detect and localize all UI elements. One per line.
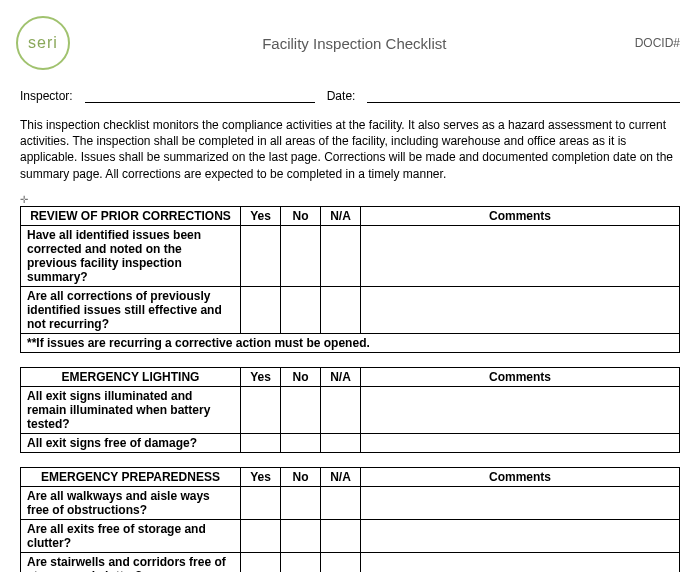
cell-no[interactable] (281, 286, 321, 333)
cell-yes[interactable] (241, 286, 281, 333)
cell-na[interactable] (321, 386, 361, 433)
table-row: Are all corrections of previously identi… (21, 286, 680, 333)
intro-paragraph: This inspection checklist monitors the c… (20, 117, 680, 182)
col-na: N/A (321, 206, 361, 225)
inspector-field[interactable] (85, 88, 315, 103)
table-row: Are all exits free of storage and clutte… (21, 519, 680, 552)
question-cell: All exit signs free of damage? (21, 433, 241, 452)
cell-yes[interactable] (241, 386, 281, 433)
cell-comments[interactable] (361, 386, 680, 433)
cell-na[interactable] (321, 486, 361, 519)
section-heading: EMERGENCY PREPAREDNESS (21, 467, 241, 486)
inspector-label: Inspector: (20, 89, 73, 103)
question-cell: Are stairwells and corridors free of sto… (21, 552, 241, 572)
cell-comments[interactable] (361, 433, 680, 452)
question-cell: Are all walkways and aisle ways free of … (21, 486, 241, 519)
cell-no[interactable] (281, 433, 321, 452)
table-row: All exit signs illuminated and remain il… (21, 386, 680, 433)
section-table: REVIEW OF PRIOR CORRECTIONSYesNoN/AComme… (20, 206, 680, 353)
cell-yes[interactable] (241, 225, 281, 286)
col-no: No (281, 467, 321, 486)
cell-comments[interactable] (361, 519, 680, 552)
col-comments: Comments (361, 467, 680, 486)
table-row: Are stairwells and corridors free of sto… (21, 552, 680, 572)
cell-comments[interactable] (361, 225, 680, 286)
section-heading: EMERGENCY LIGHTING (21, 367, 241, 386)
col-yes: Yes (241, 467, 281, 486)
cell-na[interactable] (321, 433, 361, 452)
cell-no[interactable] (281, 519, 321, 552)
page-title: Facility Inspection Checklist (74, 35, 635, 52)
col-comments: Comments (361, 367, 680, 386)
cell-yes[interactable] (241, 486, 281, 519)
col-no: No (281, 206, 321, 225)
col-na: N/A (321, 467, 361, 486)
table-row: Have all identified issues been correcte… (21, 225, 680, 286)
cell-comments[interactable] (361, 286, 680, 333)
cell-no[interactable] (281, 225, 321, 286)
tables-container: ✛REVIEW OF PRIOR CORRECTIONSYesNoN/AComm… (20, 192, 680, 572)
col-yes: Yes (241, 206, 281, 225)
col-comments: Comments (361, 206, 680, 225)
section-table: EMERGENCY PREPAREDNESSYesNoN/ACommentsAr… (20, 467, 680, 572)
question-cell: Have all identified issues been correcte… (21, 225, 241, 286)
date-label: Date: (327, 89, 356, 103)
col-na: N/A (321, 367, 361, 386)
cell-no[interactable] (281, 486, 321, 519)
cell-yes[interactable] (241, 433, 281, 452)
col-yes: Yes (241, 367, 281, 386)
cell-na[interactable] (321, 286, 361, 333)
cell-no[interactable] (281, 552, 321, 572)
cell-na[interactable] (321, 519, 361, 552)
meta-row: Inspector: Date: (20, 88, 680, 103)
cell-yes[interactable] (241, 552, 281, 572)
section-heading: REVIEW OF PRIOR CORRECTIONS (21, 206, 241, 225)
footnote-cell: **If issues are recurring a corrective a… (21, 333, 680, 352)
col-no: No (281, 367, 321, 386)
header: seri Facility Inspection Checklist DOCID… (20, 16, 680, 70)
docid-label: DOCID# (635, 36, 680, 50)
date-field[interactable] (367, 88, 680, 103)
section-table: EMERGENCY LIGHTINGYesNoN/ACommentsAll ex… (20, 367, 680, 453)
cell-comments[interactable] (361, 486, 680, 519)
table-row: All exit signs free of damage? (21, 433, 680, 452)
cell-na[interactable] (321, 552, 361, 572)
question-cell: Are all corrections of previously identi… (21, 286, 241, 333)
logo: seri (16, 16, 70, 70)
cell-comments[interactable] (361, 552, 680, 572)
table-row: Are all walkways and aisle ways free of … (21, 486, 680, 519)
question-cell: Are all exits free of storage and clutte… (21, 519, 241, 552)
footnote-row: **If issues are recurring a corrective a… (21, 333, 680, 352)
question-cell: All exit signs illuminated and remain il… (21, 386, 241, 433)
cell-no[interactable] (281, 386, 321, 433)
table-anchor-icon: ✛ (20, 194, 28, 205)
cell-na[interactable] (321, 225, 361, 286)
cell-yes[interactable] (241, 519, 281, 552)
